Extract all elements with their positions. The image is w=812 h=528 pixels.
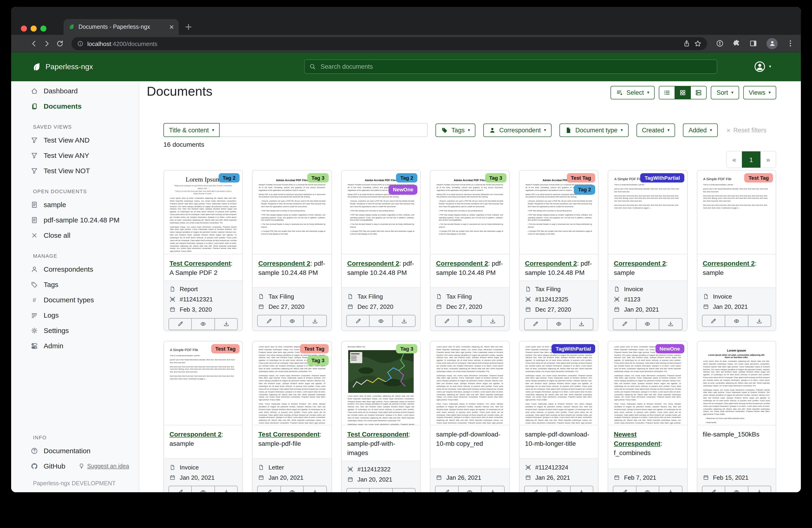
sidebar-item-document-types[interactable]: #Document types xyxy=(11,292,139,308)
view-button[interactable] xyxy=(191,318,215,330)
tag-badge[interactable]: TagWithPartial xyxy=(552,344,595,354)
document-type-filter-button[interactable]: Document type▾ xyxy=(560,123,628,137)
download-button[interactable] xyxy=(659,486,682,492)
edit-button[interactable] xyxy=(524,318,547,330)
tags-filter-button[interactable]: Tags▾ xyxy=(436,123,476,137)
correspondent-link[interactable]: Correspondent 2 xyxy=(703,260,755,267)
correspondent-link[interactable]: Test Correspondent xyxy=(170,260,231,267)
sidebar-item-admin[interactable]: Admin xyxy=(11,338,139,353)
view-button[interactable] xyxy=(725,486,748,492)
password-manager-icon[interactable] xyxy=(716,40,724,47)
sidebar-item-logs[interactable]: Logs xyxy=(11,308,139,323)
macos-window-controls[interactable] xyxy=(21,26,46,32)
edit-button[interactable] xyxy=(258,486,280,492)
correspondent-link[interactable]: Correspondent 2 xyxy=(258,260,310,267)
tag-badge[interactable]: Tag 3 xyxy=(307,173,329,183)
download-button[interactable] xyxy=(748,315,771,327)
correspondent-filter-button[interactable]: Correspondent▾ xyxy=(483,123,552,137)
tag-badge[interactable]: Tag 3 xyxy=(396,344,418,354)
site-info-icon[interactable] xyxy=(77,40,84,47)
sidebar-item-test-view-any[interactable]: Test View ANY xyxy=(11,148,139,163)
edit-button[interactable] xyxy=(436,315,458,327)
edit-button[interactable] xyxy=(524,486,547,492)
view-button[interactable] xyxy=(458,315,481,327)
document-thumbnail[interactable]: Adobe Acrobat PDF FilesAdobe® Portable D… xyxy=(519,170,598,255)
sidebar-item-close-all[interactable]: Close all xyxy=(11,228,139,243)
view-button[interactable] xyxy=(636,318,659,330)
tag-badge[interactable]: Tag 2 xyxy=(218,173,240,183)
document-thumbnail[interactable]: Adobe Acrobat PDF FilesAdobe® Portable D… xyxy=(253,170,332,255)
sidebar-item-pdf-sample-10-24-48-pm[interactable]: pdf-sample 10.24.48 PM xyxy=(11,212,139,228)
document-thumbnail[interactable]: Lorem ipsum dolor sit amet, consectetur … xyxy=(253,341,332,425)
side-panel-icon[interactable] xyxy=(749,40,757,47)
edit-button[interactable] xyxy=(613,318,636,330)
sidebar-link-suggest-an-idea[interactable]: Suggest an idea xyxy=(78,463,129,469)
document-thumbnail[interactable]: A Simple PDF FileThis is a small demonst… xyxy=(164,341,243,425)
maximize-window-button[interactable] xyxy=(40,26,46,32)
search-input[interactable] xyxy=(320,63,712,71)
download-button[interactable] xyxy=(392,315,415,327)
tag-badge[interactable]: Test Tag xyxy=(744,173,773,183)
document-thumbnail[interactable]: Lorem ipsum dolor sit amet, consectetur … xyxy=(608,341,687,425)
app-brand[interactable]: Paperless-ngx xyxy=(32,62,93,72)
sidebar-item-tags[interactable]: Tags xyxy=(11,277,139,292)
sidebar-item-documentation[interactable]: Documentation xyxy=(11,443,139,458)
next-page-button[interactable]: » xyxy=(760,152,776,168)
view-button[interactable] xyxy=(458,486,481,492)
sidebar-item-test-view-not[interactable]: Test View NOT xyxy=(11,163,139,178)
sidebar-item-dashboard[interactable]: Dashboard xyxy=(11,83,139,98)
correspondent-link[interactable]: Correspondent 2 xyxy=(436,260,488,267)
tag-badge[interactable]: Tag 2 xyxy=(396,173,418,183)
address-bar[interactable]: localhost:4200/documents xyxy=(72,37,707,50)
view-button[interactable] xyxy=(191,486,215,492)
list-view-button[interactable] xyxy=(659,86,675,99)
document-thumbnail[interactable]: A Simple PDF FileThis is a small demonst… xyxy=(608,170,687,255)
global-search[interactable] xyxy=(304,59,717,74)
document-thumbnail[interactable]: Adobe Acrobat PDF FilesAdobe® Portable D… xyxy=(342,170,420,255)
download-button[interactable] xyxy=(215,318,237,330)
added-filter-button[interactable]: Added▾ xyxy=(683,123,717,137)
sidebar-item-correspondents[interactable]: Correspondents xyxy=(11,261,139,277)
tag-badge[interactable]: Test Tag xyxy=(211,344,240,354)
tab-close-icon[interactable]: ✕ xyxy=(169,24,174,30)
view-button[interactable] xyxy=(547,318,570,330)
document-thumbnail[interactable]: Boundary Waters TripLorem ipsum dolor si… xyxy=(342,341,420,425)
browser-profile-avatar[interactable] xyxy=(767,38,778,49)
detail-view-button[interactable] xyxy=(691,86,706,99)
sidebar-item-settings[interactable]: Settings xyxy=(11,323,139,338)
share-icon[interactable] xyxy=(683,40,690,47)
tag-badge[interactable]: Test Tag xyxy=(300,344,329,354)
forward-button[interactable] xyxy=(43,39,51,47)
document-thumbnail[interactable]: Adobe Acrobat PDF FilesAdobe® Portable D… xyxy=(431,170,509,255)
correspondent-link[interactable]: Correspondent 2 xyxy=(525,260,577,267)
view-button[interactable] xyxy=(636,486,659,492)
correspondent-link[interactable]: Correspondent 2 xyxy=(347,260,399,267)
back-button[interactable] xyxy=(30,39,38,47)
created-filter-button[interactable]: Created▾ xyxy=(636,123,675,137)
views-button[interactable]: Views▾ xyxy=(743,86,776,99)
new-tab-button[interactable] xyxy=(184,22,193,32)
sidebar-item-sample[interactable]: sample xyxy=(11,197,139,212)
download-button[interactable] xyxy=(303,315,327,327)
edit-button[interactable] xyxy=(258,315,280,327)
tag-badge[interactable]: Test Tag xyxy=(567,173,595,183)
view-button[interactable] xyxy=(280,486,303,492)
correspondent-link[interactable]: Newest Correspondent xyxy=(614,430,661,447)
edit-button[interactable] xyxy=(702,486,725,492)
tag-badge[interactable]: Tag 3 xyxy=(307,356,329,366)
edit-button[interactable] xyxy=(347,315,369,327)
grid-view-button[interactable] xyxy=(675,86,691,99)
download-button[interactable] xyxy=(570,318,593,330)
browser-menu-icon[interactable] xyxy=(786,40,794,47)
select-button[interactable]: Select▾ xyxy=(611,86,655,99)
sort-button[interactable]: Sort▾ xyxy=(711,86,739,99)
view-button[interactable] xyxy=(280,315,303,327)
title-content-input[interactable] xyxy=(220,123,428,137)
sidebar-item-test-view-and[interactable]: Test View AND xyxy=(11,132,139,148)
document-thumbnail[interactable]: Lorem ipsum dolor sit amet, consectetur … xyxy=(431,341,509,425)
extensions-puzzle-icon[interactable] xyxy=(733,40,740,47)
edit-button[interactable] xyxy=(613,486,636,492)
view-button[interactable] xyxy=(725,315,748,327)
correspondent-link[interactable]: Test Correspondent xyxy=(258,430,320,438)
download-button[interactable] xyxy=(215,486,237,492)
